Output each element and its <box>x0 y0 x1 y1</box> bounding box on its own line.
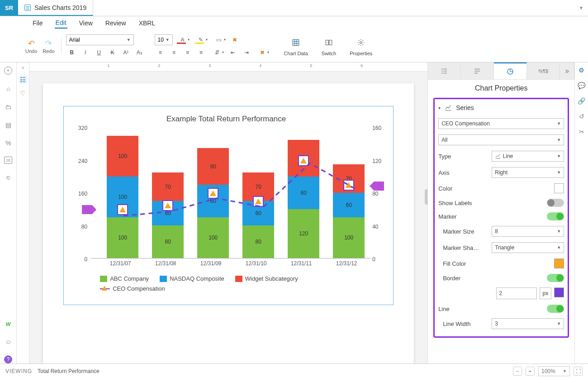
right-panel-tabs: %¶$ » <box>428 62 574 80</box>
chart-data-button[interactable]: Chart Data <box>280 36 313 56</box>
valign-button[interactable]: ⇵ <box>209 47 225 58</box>
bar-segment: 100 <box>107 136 138 177</box>
line-marker[interactable] <box>162 200 173 211</box>
line-marker[interactable] <box>343 180 354 191</box>
menu-view[interactable]: View <box>78 18 94 28</box>
undo-icon[interactable]: ↶ <box>25 38 37 48</box>
right-panel: %¶$ » Chart Properties ▾ Series CEO Comp… <box>427 62 574 364</box>
border-toggle[interactable] <box>547 274 564 282</box>
fit-page-button[interactable]: ⛶ <box>574 367 583 376</box>
tag-icon[interactable]: ⎋ <box>4 173 13 182</box>
settings-gear-icon[interactable]: ⚙ <box>578 66 586 74</box>
font-name-select[interactable]: Arial▼ <box>66 34 134 45</box>
brand-icon[interactable]: w <box>4 319 13 328</box>
fill-color-button[interactable]: ▭ <box>211 34 227 45</box>
bold-button[interactable]: B <box>66 47 78 58</box>
line-chart-icon <box>444 104 452 112</box>
border-color-chip[interactable] <box>554 287 564 297</box>
align-right-button[interactable]: ≡ <box>182 47 194 58</box>
bar-segment: 80 <box>288 177 319 209</box>
history-icon[interactable]: ↺ <box>578 112 586 120</box>
switch-button[interactable]: Switch <box>317 36 341 56</box>
clear-formatting-button[interactable]: ✖ <box>229 34 241 45</box>
line-label: Line <box>438 306 450 312</box>
italic-button[interactable]: I <box>80 47 91 58</box>
align-center-button[interactable]: ≡ <box>168 47 180 58</box>
calendar-icon[interactable]: 18 <box>4 157 12 164</box>
titlebar-more-icon[interactable]: ▼ <box>574 0 588 16</box>
properties-button[interactable]: Properties <box>345 36 377 56</box>
menu-xbrl[interactable]: XBRL <box>138 18 156 28</box>
zoom-out-button[interactable]: − <box>513 367 522 376</box>
marker-toggle[interactable] <box>547 212 564 220</box>
series-select[interactable]: CEO Compensation▼ <box>438 118 564 129</box>
bar-segment: 60 <box>333 193 365 217</box>
zoom-in-button[interactable]: + <box>526 367 535 376</box>
tab-outline[interactable] <box>428 62 461 79</box>
chart-object[interactable]: Example Total Return Performance 320 240… <box>63 106 394 305</box>
marker-shape-select[interactable]: Triangle▼ <box>492 242 564 253</box>
home-icon[interactable]: ⌂ <box>4 84 13 93</box>
align-left-button[interactable]: ≡ <box>155 47 166 58</box>
bar-segment: 80 <box>152 225 184 258</box>
superscript-button[interactable]: A¹ <box>120 47 132 58</box>
highlight-color-button[interactable]: ✎ <box>193 34 209 45</box>
marker-size-label: Marker Size <box>443 228 474 235</box>
vertical-scrollbar[interactable] <box>425 189 427 205</box>
document-tab[interactable]: Sales Charts 2019 <box>18 0 93 16</box>
border-width-input[interactable]: 2 <box>496 287 537 299</box>
zoom-select[interactable]: 100%▼ <box>538 366 570 376</box>
percent-icon[interactable]: % <box>4 139 13 148</box>
menu-file[interactable]: File <box>32 18 44 28</box>
fill-color-chip[interactable] <box>554 258 564 268</box>
line-marker[interactable] <box>208 188 218 199</box>
line-marker[interactable] <box>117 204 128 215</box>
subscript-button[interactable]: A₁ <box>134 47 146 58</box>
bar-segment: 100 <box>333 217 365 258</box>
help-icon[interactable]: ? <box>4 355 12 364</box>
page: Example Total Return Performance 320 240… <box>43 83 414 364</box>
add-button[interactable]: + <box>4 66 13 75</box>
show-labels-toggle[interactable] <box>547 199 564 207</box>
x-tick-label: 12/31/08 <box>147 260 184 267</box>
tab-more[interactable]: » <box>560 62 574 79</box>
menu-review[interactable]: Review <box>104 18 127 28</box>
line-toggle[interactable] <box>547 305 564 313</box>
user-icon[interactable]: ☺ <box>4 337 13 346</box>
menu-edit[interactable]: Edit <box>55 18 67 29</box>
marker-size-select[interactable]: 8▼ <box>492 226 564 237</box>
line-marker[interactable] <box>253 196 264 207</box>
bookmark-icon[interactable]: ♡ <box>19 89 27 97</box>
menu-bar: File Edit View Review XBRL <box>0 16 588 30</box>
table-icon <box>289 36 302 49</box>
indent-decrease-button[interactable]: ⇤ <box>227 47 239 58</box>
line-marker[interactable] <box>298 155 309 166</box>
series-color-chip[interactable] <box>554 183 564 193</box>
font-color-button[interactable]: A <box>175 34 191 45</box>
series-subselect[interactable]: All▼ <box>438 134 564 145</box>
tab-chart[interactable] <box>494 62 527 79</box>
document-canvas[interactable]: Example Total Return Performance 320 240… <box>29 72 427 364</box>
tab-paragraph[interactable] <box>461 62 494 79</box>
underline-button[interactable]: U <box>93 47 105 58</box>
link-icon[interactable]: 🔗 <box>578 97 586 105</box>
type-select[interactable]: Line▼ <box>492 151 564 162</box>
line-width-select[interactable]: 3▼ <box>492 318 564 329</box>
tab-format[interactable]: %¶$ <box>527 62 560 79</box>
indent-increase-button[interactable]: ⇥ <box>241 47 252 58</box>
redo-icon[interactable]: ↷ <box>43 38 54 48</box>
bar-segment: 100 <box>197 217 229 258</box>
archive-icon[interactable]: ▤ <box>4 120 13 129</box>
comments-icon[interactable]: 💬 <box>578 81 586 90</box>
strikethrough-button[interactable]: K <box>107 47 119 58</box>
axis-label: Axis <box>438 169 450 176</box>
toolbar: ↶ Undo ↷ Redo Arial▼ B I U K A¹ A₁ 10▼ A… <box>0 30 588 62</box>
folder-icon[interactable]: 🗀 <box>4 102 13 111</box>
axis-select[interactable]: Right▼ <box>492 167 564 178</box>
cut-icon[interactable]: ✂ <box>578 128 586 136</box>
align-justify-button[interactable]: ≡ <box>195 47 207 58</box>
outline-icon[interactable]: ☷ <box>19 76 27 84</box>
clear-style-button[interactable]: ✖ <box>254 47 270 58</box>
series-section-header[interactable]: ▾ Series <box>437 102 565 115</box>
font-size-select[interactable]: 10▼ <box>155 34 173 45</box>
